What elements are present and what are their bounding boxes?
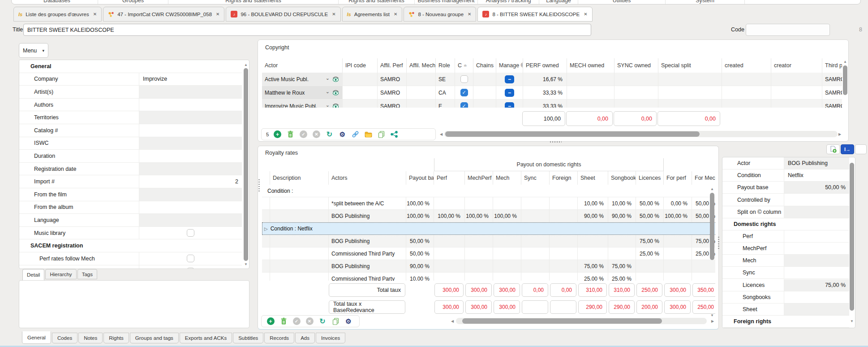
royalty-row[interactable]: BOG Publishing90,00 %75,00 %75,00 % bbox=[262, 260, 715, 273]
column-header-mechperf[interactable]: MechPerf bbox=[465, 171, 493, 185]
manage-minus-button[interactable]: − bbox=[505, 75, 514, 83]
scroll-down-icon[interactable]: ▼ bbox=[850, 320, 854, 323]
manage-minus-button[interactable]: − bbox=[505, 89, 514, 97]
column-header-perf[interactable]: Perf bbox=[434, 171, 465, 185]
menu-dropdown-button[interactable]: Menu ▾ bbox=[19, 43, 48, 58]
document-tab-47-importcat-cwr-cw250008imp-058[interactable]: 47 - ImportCat CWR CW250008IMP_058✕ bbox=[103, 7, 224, 22]
column-header-perf-owned[interactable]: PERF owned bbox=[523, 58, 567, 73]
column-header-mech[interactable]: Mech bbox=[493, 171, 521, 185]
close-icon[interactable]: ✕ bbox=[394, 12, 397, 17]
field-value[interactable]: Improvize bbox=[139, 73, 242, 86]
royalty-hscroll-track[interactable] bbox=[456, 318, 707, 324]
code-input[interactable] bbox=[746, 24, 830, 36]
close-icon[interactable]: ✕ bbox=[468, 12, 471, 17]
controlled-checkbox[interactable]: ✓ bbox=[460, 89, 468, 96]
column-header-affil-perf[interactable]: Affil. Perf bbox=[378, 58, 407, 73]
form-row[interactable]: MechPerf bbox=[722, 243, 849, 255]
form-row[interactable]: Perf bbox=[722, 230, 849, 243]
form-row[interactable]: From the album bbox=[19, 201, 242, 214]
add-icon[interactable]: + bbox=[273, 130, 282, 139]
menu-item-business-management[interactable]: Business management bbox=[415, 0, 478, 4]
controlled-checkbox[interactable] bbox=[460, 75, 468, 83]
column-header-c[interactable]: C≐ bbox=[455, 58, 473, 73]
field-value[interactable] bbox=[139, 163, 242, 175]
column-header-chains[interactable]: Chains bbox=[473, 58, 496, 73]
delete-icon[interactable] bbox=[279, 317, 288, 326]
column-header-description[interactable]: Description bbox=[270, 171, 329, 185]
column-header-actors[interactable]: Actors bbox=[329, 171, 406, 185]
checkbox[interactable] bbox=[187, 255, 194, 262]
form-row[interactable]: Catalog # bbox=[19, 124, 242, 137]
field-value[interactable] bbox=[784, 291, 849, 303]
field-value[interactable]: 2 bbox=[139, 175, 242, 188]
actor-cell[interactable]: Matthew le Roux⌄ bbox=[262, 86, 343, 100]
scroll-left-icon[interactable]: ◀ bbox=[451, 320, 454, 323]
expander-icon[interactable]: ▷ bbox=[264, 226, 268, 231]
cancel-icon[interactable]: ✕ bbox=[312, 130, 321, 139]
form-row[interactable]: Registration date bbox=[19, 163, 242, 176]
tab-ads[interactable]: Ads bbox=[295, 333, 315, 343]
eye-icon[interactable] bbox=[332, 103, 339, 108]
checkbox[interactable] bbox=[187, 268, 194, 269]
field-value[interactable] bbox=[784, 267, 849, 278]
validate-icon[interactable]: ✓ bbox=[292, 317, 301, 326]
form-row[interactable]: Controlled by bbox=[722, 194, 849, 206]
export-rates-button[interactable]: I→ bbox=[841, 144, 854, 154]
field-value[interactable] bbox=[784, 194, 849, 205]
column-header-affil-mech[interactable]: Affil. Mech bbox=[407, 58, 436, 73]
field-value[interactable] bbox=[139, 137, 242, 150]
field-value[interactable] bbox=[139, 214, 242, 226]
tab-detail[interactable]: Detail bbox=[22, 269, 44, 281]
menu-item-groupes[interactable]: Groupes bbox=[98, 0, 168, 4]
form-row[interactable]: ActorBOG Publishing bbox=[722, 157, 849, 169]
column-header-role[interactable]: Role bbox=[436, 58, 455, 73]
column-header-foreign[interactable]: Foreign bbox=[550, 171, 578, 185]
eye-icon[interactable] bbox=[332, 90, 339, 95]
scroll-down-icon[interactable]: ▼ bbox=[244, 263, 248, 266]
field-value[interactable] bbox=[139, 150, 242, 162]
form-row[interactable]: Duration bbox=[19, 150, 242, 163]
chevron-down-icon[interactable]: ⌄ bbox=[326, 102, 330, 108]
form-row[interactable]: Split on © column bbox=[722, 206, 849, 218]
form-row[interactable]: Mech bbox=[722, 255, 849, 267]
field-value[interactable] bbox=[784, 206, 849, 218]
menu-item-rights-and-statements[interactable]: Rights and statements bbox=[168, 0, 339, 4]
menu-item-rights-and-statements[interactable]: Rights and statements bbox=[339, 0, 415, 4]
tab-hierarchy[interactable]: Hierarchy bbox=[45, 269, 76, 279]
link-icon[interactable] bbox=[351, 130, 360, 139]
menu-item-databases[interactable]: Databases bbox=[16, 0, 98, 4]
form-row[interactable]: Territories bbox=[19, 111, 242, 124]
form-row[interactable]: Import #2 bbox=[19, 175, 242, 188]
tab-subtitles[interactable]: Subtitles bbox=[233, 333, 263, 343]
tab-rights[interactable]: Rights bbox=[103, 333, 129, 343]
royalty-row[interactable]: Commissioned Third Party10,00 %25,00 %25… bbox=[262, 273, 715, 281]
column-header-actor[interactable]: Actor bbox=[262, 58, 343, 73]
scroll-up-icon[interactable]: ▲ bbox=[710, 187, 714, 191]
controlled-checkbox[interactable]: ✓ bbox=[460, 102, 468, 108]
field-value[interactable] bbox=[139, 86, 242, 98]
scroll-left-icon[interactable]: ◀ bbox=[440, 133, 443, 136]
column-header-mech-owned[interactable]: MECH owned bbox=[567, 58, 614, 73]
column-header-sync[interactable]: Sync bbox=[521, 171, 550, 185]
document-tab-8-bitter-sweet-kaleidoscope[interactable]: ♪8 - BITTER SWEET KALEIDOSCOPE✕ bbox=[477, 7, 592, 22]
form-row[interactable]: Sheet bbox=[722, 304, 849, 316]
column-header-special-split[interactable]: Special split bbox=[658, 58, 722, 73]
scroll-down-icon[interactable]: ▼ bbox=[710, 314, 714, 317]
column-header-sheet[interactable]: Sheet bbox=[578, 171, 608, 185]
form-row[interactable]: Perf rates follow Mech bbox=[19, 252, 242, 265]
scroll-right-icon[interactable]: ▶ bbox=[711, 320, 714, 323]
settings-icon[interactable]: ⚙ bbox=[344, 317, 353, 326]
column-header-manage[interactable]: Manage © bbox=[496, 58, 523, 73]
field-value[interactable] bbox=[139, 111, 242, 124]
royalty-hscroll-thumb[interactable] bbox=[462, 318, 662, 324]
extra-button[interactable] bbox=[855, 144, 867, 154]
delete-icon[interactable] bbox=[286, 130, 295, 139]
field-value[interactable]: 75,00 % bbox=[784, 279, 849, 291]
form-row[interactable]: ConditionNetflix bbox=[722, 169, 849, 182]
tab-codes[interactable]: Codes bbox=[52, 333, 77, 343]
actor-cell[interactable]: Improvize Music Publ.⌄ bbox=[262, 100, 343, 108]
copyright-row[interactable]: Matthew le Roux⌄SAMROCA✓−33,33 %SAMRO bbox=[262, 86, 842, 100]
column-header-licences[interactable]: Licences bbox=[636, 171, 664, 185]
column-header-sync-owned[interactable]: SYNC owned bbox=[614, 58, 658, 73]
field-value[interactable] bbox=[139, 188, 242, 201]
